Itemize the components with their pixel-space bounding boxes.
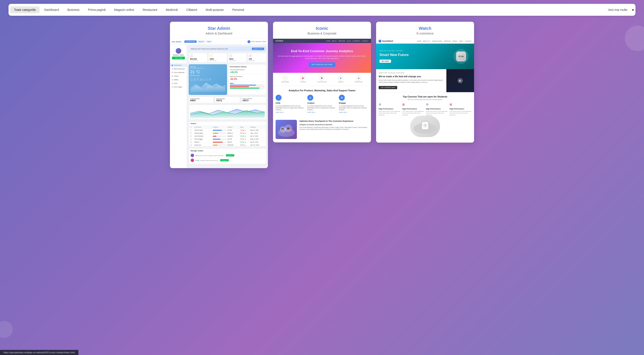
sa-body: Richard V. Mixin + New Project Dashboard… [170, 45, 268, 168]
nav-item-more[interactable]: Vezi mai multe [604, 6, 631, 13]
sa-row3-sales: 38,346 ▲ [240, 135, 250, 137]
sa-row5-amount: $60.25 [228, 141, 239, 143]
nav-item-multi-purpose[interactable]: Multi-purpose [202, 6, 228, 13]
watch-nav-home[interactable]: HOME [417, 40, 422, 42]
nav-item-calatorii[interactable]: Călatorii [182, 6, 201, 13]
sa-menu-charts[interactable]: Charts [170, 74, 187, 78]
iconic-nav-contact[interactable]: CONTACT [362, 40, 368, 42]
sa-manage-btn-2[interactable]: manage ▼ [220, 159, 228, 161]
sa-row1-name: Herman Beck [194, 129, 212, 131]
iconic-brand-name-moritalia: MORITALIA [355, 81, 363, 83]
iconic-feature-engage: ⊕ Engage It is a long established fact t… [339, 95, 368, 113]
sa-menu-other[interactable]: Over Pages [170, 85, 187, 89]
nav-item-medicina[interactable]: Medicină [162, 6, 182, 13]
watch-nav-about[interactable]: ABOUT US [423, 40, 430, 42]
iconic-brand-icon-oak: 🦷 [282, 76, 287, 80]
watch-nav-contact[interactable]: CONTACT [465, 40, 472, 42]
sa-new-project-btn[interactable]: + New Project [172, 57, 185, 59]
sa-stat-icon-orders [210, 54, 212, 57]
watch-hero-btn[interactable]: BUY NOW [380, 60, 391, 63]
watch-course-text-2: Lorem ipsum dolor sit amet adipiscing el… [402, 110, 424, 116]
star-admin-card[interactable]: Star Admin Admin & Dashboard star admin … [170, 22, 268, 168]
iconic-learn-more-engage[interactable]: Learn more → [339, 111, 368, 113]
sa-upgrade-btn[interactable]: Upgrade To Pro [252, 48, 264, 50]
nav-item-magazin-online[interactable]: Magazin online [110, 6, 138, 13]
nav-item-restaurant[interactable]: Restaurant [139, 6, 161, 13]
star-admin-subtitle: Admin & Dashboard [173, 32, 264, 35]
iconic-nav-elements[interactable]: ELEMENTS [353, 40, 360, 42]
sa-ticket-content-1: James Donec rutrum congue leo eget males… [195, 155, 225, 156]
sa-weather-days: ☀Sun ⛅Mon 🌧Tue ⛅Wed ☀Thu ☀Fri ⛅Sat [190, 78, 225, 81]
watch-course-2: ⊞ High Performance Lorem ipsum dolor sit… [402, 103, 424, 116]
watch-courses-sub: Who are continuously save with also-frie… [379, 99, 472, 100]
iconic-brand-classatlas: 📚 CLASS ATLAS [317, 76, 327, 83]
sa-manage-btn-1[interactable]: manage ▼ [226, 154, 234, 156]
iconic-nav-home[interactable]: HOME [326, 40, 330, 42]
iconic-navbar: ICONIC HOME ABOUT SERVICES BLOG ELEMENTS… [273, 39, 371, 43]
watch-course-icon-1: ⚙ [379, 103, 383, 107]
sa-col-header-name: First Name [194, 126, 212, 128]
nav-more-dropdown[interactable]: Vezi mai multe ▾ [604, 6, 634, 13]
nav-item-prima-pagina[interactable]: Prima pagină [84, 6, 110, 13]
watch-nav-services[interactable]: SERVICES [444, 40, 451, 42]
sa-day-sun: ☀Sun [190, 78, 193, 81]
iconic-feature-title-engage: Engage [339, 102, 368, 104]
iconic-cta-button[interactable]: GET STARTED FOR FREE [308, 62, 336, 67]
sa-visitors-row: Unique Visitors 34897 Bounce Rate #5572 … [189, 97, 266, 103]
nav-item-personal[interactable]: Personal [228, 6, 248, 13]
iconic-feature-icon-unify: ↑ [276, 95, 282, 101]
sa-menu-form[interactable]: Form elements [170, 71, 187, 74]
nav-item-dashboard[interactable]: Dashboard [40, 6, 63, 13]
sa-topbar-avatar [248, 40, 250, 43]
sa-sales-bar-2 [230, 86, 265, 87]
watch-section-btn[interactable]: GET STARTED NOW [379, 86, 397, 89]
watch-subtitle: E-commerce [380, 32, 471, 35]
sa-topbar-text: Hello, Richard V. Mixin [251, 41, 266, 42]
table-row: 6 Henry Tom $150,600 14076 ▲ June 15, 20… [189, 143, 266, 146]
nav-bar: Toate categoriile Dashboard Business Pri… [8, 4, 636, 16]
sa-day-tue: 🌧Tue [197, 78, 199, 81]
sa-menu-basic[interactable]: Basic Elements [170, 67, 187, 71]
iconic-nav-services[interactable]: SERVICES [338, 40, 346, 42]
sa-menu-dot-tables [172, 79, 173, 80]
iconic-nav-about[interactable]: ABOUT [332, 40, 337, 42]
sa-menu-dashboard[interactable]: Dashboard [170, 63, 187, 67]
sa-col-header-deadline: Deadline [250, 126, 264, 128]
sa-row2-num: 2 [190, 132, 194, 134]
sa-stat-icon-revenue [190, 54, 193, 57]
sa-col-header-amount: Amount [228, 126, 239, 128]
watch-logo: SmartWatch [379, 40, 393, 42]
iconic-nav-blog[interactable]: BLOG [347, 40, 351, 42]
sa-menu-icons[interactable]: Icons [170, 81, 187, 85]
watch-section2: SMART APP TO BLOW YOUR MIND We've made a… [376, 69, 474, 92]
watch-course-icon-3: ⚙ [426, 103, 430, 107]
sa-sales-fill-2 [230, 86, 249, 87]
sa-tickets: Manage Tickets James Donec rutrum congue… [189, 148, 266, 164]
watch-course-icon-2: ⊞ [402, 103, 406, 107]
watch-hero: NOW YOU CAN FEEL THE NEXT Smart New Futu… [376, 44, 474, 69]
table-row: 1 Herman Beck $7,735 72,991 ▲ May 15, 20… [189, 129, 266, 131]
nav-item-business[interactable]: Business [64, 6, 83, 13]
sa-menu-tables[interactable]: Tables [170, 78, 187, 81]
iconic-learn-more-analyze[interactable]: Learn more → [307, 111, 337, 113]
watch-card[interactable]: Watch E-commerce SmartWatch HOME ABOUT U… [376, 22, 474, 143]
sa-stat-orders: 3455 Total Orders [208, 53, 227, 62]
sa-tickets-title: Manage Tickets [190, 150, 264, 152]
watch-product-svg [412, 118, 438, 135]
sa-pill-schedule: Schedule New [184, 40, 196, 43]
watch-nav-unique[interactable]: UNIQUE PAGES [432, 40, 442, 42]
sa-username: Richard V. Mixin [173, 54, 184, 56]
sa-row5-name: Edward [194, 141, 212, 143]
sa-ticket-avatar-1 [190, 154, 194, 157]
iconic-learn-more-unify[interactable]: Learn more → [276, 111, 305, 113]
iconic-brand-name-tamboy: Tamboy [300, 81, 306, 83]
watch-nav-pages[interactable]: PAGES [452, 40, 457, 42]
watch-nav-video[interactable]: VIDEO [459, 40, 463, 42]
iconic-optimize-image: 👩 💼 [276, 120, 297, 139]
sa-day-thu: ☀Thu [204, 78, 206, 81]
iconic-card[interactable]: Iconic Business & Corporate ICONIC HOME … [273, 22, 371, 142]
sa-col-header-sales: Sales [240, 126, 250, 128]
watch-play-btn[interactable]: ▶ [458, 78, 463, 83]
sa-ticket-text-2: Curabitur pretium tincidunt lacus... [200, 160, 219, 161]
nav-item-all-categories[interactable]: Toate categoriile [10, 6, 40, 13]
